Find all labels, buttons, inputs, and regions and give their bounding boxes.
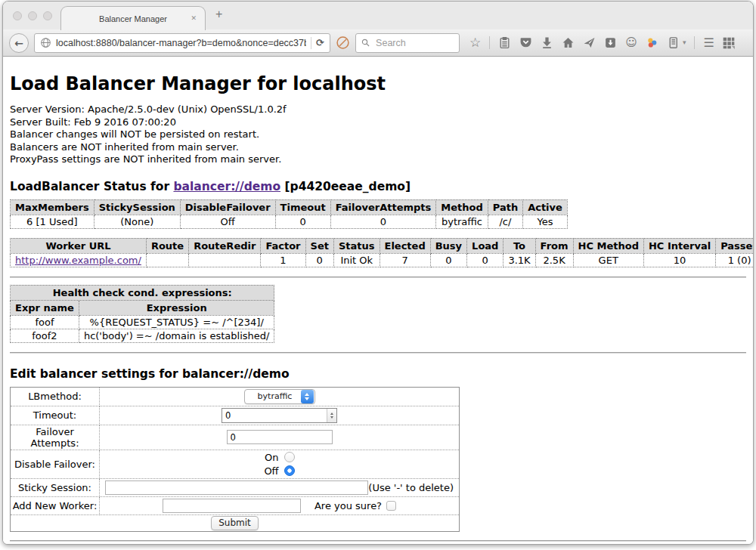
cell-active: Yes: [523, 215, 568, 228]
browser-window: Balancer Manager ✕ + ← localhost:8880/ba…: [2, 1, 754, 545]
col-path: Path: [488, 199, 522, 215]
new-tab-button[interactable]: +: [215, 8, 222, 21]
inherit-note-line: Balancers are NOT inherited from main se…: [10, 141, 746, 154]
lbmethod-select[interactable]: bytraffic: [244, 389, 315, 404]
close-window-button[interactable]: [13, 11, 22, 20]
cell-status: Init Ok: [333, 253, 380, 267]
table-header-row: Expr name Expression: [11, 300, 274, 315]
failover-attempts-input[interactable]: [227, 430, 333, 444]
section-divider: [10, 277, 746, 278]
form-row-add-worker: Add New Worker: Are you sure?: [11, 496, 460, 514]
send-tab-icon[interactable]: [583, 36, 596, 49]
radio-off-label: Off: [264, 465, 278, 477]
pocket-icon[interactable]: [519, 36, 532, 49]
page-title: Load Balancer Manager for localhost: [10, 73, 746, 94]
search-bar[interactable]: [355, 33, 460, 53]
window-controls: [13, 11, 52, 20]
col-set: Set: [305, 238, 333, 253]
worker-url-link[interactable]: http://www.example.com/: [15, 255, 141, 266]
disable-failover-on-radio[interactable]: [284, 452, 295, 462]
tab-title: Balancer Manager: [99, 14, 167, 23]
minimize-window-button[interactable]: [28, 11, 37, 20]
url-text[interactable]: localhost:8880/balancer-manager?b=demo&n…: [56, 38, 306, 48]
form-row-submit: Submit: [11, 514, 460, 531]
col-elected: Elected: [380, 238, 430, 253]
url-bar[interactable]: localhost:8880/balancer-manager?b=demo&n…: [34, 33, 330, 53]
cell-set: 0: [305, 253, 333, 267]
select-stepper-icon: [301, 390, 314, 403]
server-version-line: Server Version: Apache/2.5.0-dev (Unix) …: [10, 104, 746, 116]
hc-expr-row: foof %{REQUEST_STATUS} =~ /^[234]/: [11, 315, 274, 329]
status-heading-tag: [p4420eeae_demo]: [285, 180, 411, 193]
cell-load: 0: [467, 253, 503, 267]
form-row-disable-failover: Disable Failover: On Off: [11, 450, 460, 478]
cell-disablefailover: Off: [180, 215, 275, 228]
col-failoverattempts: FailoverAttempts: [330, 199, 436, 215]
cell-expr-name: foof2: [11, 329, 79, 342]
cell-busy: 0: [430, 253, 466, 267]
bookmark-star-icon[interactable]: ☆: [469, 36, 481, 49]
col-timeout: Timeout: [275, 199, 330, 215]
colored-dots-icon[interactable]: [646, 36, 658, 49]
col-passes: Passes: [716, 238, 753, 253]
add-worker-input[interactable]: [163, 499, 301, 513]
col-disablefailover: DisableFailover: [180, 199, 275, 215]
blocked-content-icon[interactable]: [336, 36, 350, 50]
col-expression: Expression: [79, 300, 274, 315]
cell-expression: hc('body') =~ /domain is established/: [79, 329, 274, 342]
form-row-lbmethod: LBmethod: bytraffic: [11, 387, 460, 406]
number-spinner-icon[interactable]: [327, 409, 336, 422]
sticky-session-note: (Use '-' to delete): [368, 482, 454, 493]
disable-failover-off-radio[interactable]: [284, 465, 295, 476]
tab-balancer-manager[interactable]: Balancer Manager ✕: [60, 6, 206, 30]
tablet-icon[interactable]: [667, 36, 680, 49]
chevron-down-icon[interactable]: ▾: [683, 39, 686, 46]
sticky-session-input[interactable]: [105, 480, 368, 495]
cell-to: 3.1K: [503, 253, 535, 267]
balancer-status-table: MaxMembers StickySession DisableFailover…: [10, 199, 568, 229]
form-row-sticky-session: Sticky Session: (Use '-' to delete): [11, 478, 460, 496]
submit-button[interactable]: Submit: [211, 516, 259, 530]
downloads-icon[interactable]: [541, 36, 553, 49]
col-worker-url: Worker URL: [11, 238, 147, 253]
save-to-device-icon[interactable]: [604, 36, 617, 49]
hc-expr-row: foof2 hc('body') =~ /domain is establish…: [11, 329, 274, 342]
feedback-smiley-icon[interactable]: ☺: [625, 37, 637, 48]
reading-list-icon[interactable]: [498, 36, 511, 49]
are-you-sure-checkbox[interactable]: [386, 501, 396, 511]
cell-method: bytraffic: [436, 215, 488, 228]
form-row-failover-attempts: Failover Attempts:: [11, 425, 460, 450]
timeout-input[interactable]: [222, 409, 327, 422]
back-button[interactable]: ←: [9, 33, 29, 53]
tab-close-icon[interactable]: ✕: [191, 14, 197, 22]
home-icon[interactable]: [562, 36, 575, 49]
timeout-label: Timeout:: [11, 406, 100, 425]
tab-groups-icon[interactable]: [722, 36, 736, 50]
cell-timeout: 0: [275, 215, 330, 228]
persist-note-line: Balancer changes will NOT be persisted o…: [10, 128, 746, 141]
reload-button[interactable]: ⟳: [316, 37, 324, 48]
col-from: From: [535, 238, 573, 253]
menu-hamburger-icon[interactable]: ☰: [703, 37, 713, 49]
navigation-toolbar: ← localhost:8880/balancer-manager?b=demo…: [3, 29, 753, 57]
tab-bar: Balancer Manager ✕ +: [3, 2, 753, 29]
toolbar-separator: [694, 36, 695, 49]
col-active: Active: [523, 199, 568, 215]
cell-worker-url: http://www.example.com/: [11, 253, 147, 267]
proxypass-note-line: ProxyPass settings are NOT inherited fro…: [10, 153, 746, 166]
zoom-window-button[interactable]: [43, 11, 52, 20]
failover-attempts-label: Failover Attempts:: [11, 425, 100, 450]
col-hc-method: HC Method: [573, 238, 643, 253]
cell-stickysession: (None): [94, 215, 180, 228]
hc-table-title: Health check cond. expressions:: [11, 285, 274, 300]
col-maxmembers: MaxMembers: [11, 199, 94, 215]
lbmethod-selected-value: bytraffic: [245, 391, 301, 401]
col-method: Method: [436, 199, 488, 215]
balancer-demo-link[interactable]: balancer://demo: [173, 180, 280, 193]
toolbar-separator: [489, 36, 490, 49]
section-divider: [10, 352, 746, 354]
cell-hc-interval: 10: [643, 253, 715, 267]
lbmethod-label: LBmethod:: [11, 387, 100, 406]
search-input[interactable]: [374, 37, 454, 49]
col-stickysession: StickySession: [94, 199, 180, 215]
